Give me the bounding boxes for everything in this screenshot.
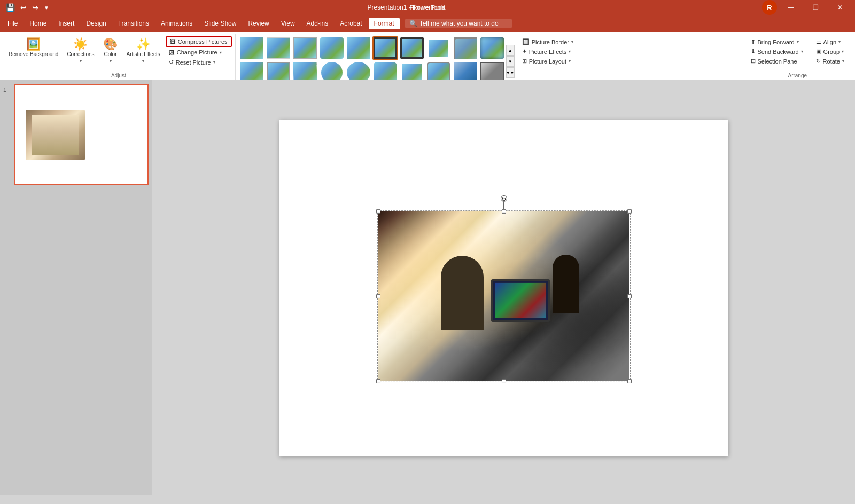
style-6[interactable] (372, 36, 398, 60)
search-box[interactable]: 🔍 Tell me what you want to do (405, 19, 512, 28)
style-8[interactable] (426, 36, 452, 60)
corrections-label: Corrections (67, 51, 94, 58)
layout-arrow: ▾ (569, 59, 571, 64)
handle-bottom-left[interactable] (376, 379, 380, 383)
undo-icon[interactable]: ↩ (19, 3, 28, 12)
arrange-group: ⬆ Bring Forward ▾ ⬇ Send Backward ▾ ⊡ Se… (742, 34, 853, 80)
selection-pane-button[interactable]: ⊡ Selection Pane (748, 57, 806, 66)
gallery-up-button[interactable]: ▲ (506, 45, 515, 56)
window-controls: R — ❐ ✕ (762, 0, 851, 15)
style-10[interactable] (479, 36, 505, 60)
rotate-arrow: ▾ (842, 59, 844, 64)
handle-top-left[interactable] (376, 209, 380, 214)
slide-thumb-image (26, 110, 86, 160)
send-backward-button[interactable]: ⬇ Send Backward ▾ (748, 47, 806, 56)
menu-transitions[interactable]: Transitions (113, 18, 154, 29)
bring-forward-label: Bring Forward (758, 39, 795, 45)
save-icon[interactable]: 💾 (4, 3, 17, 12)
picture-layout-button[interactable]: ⊞ Picture Layout ▾ (519, 57, 577, 66)
style-3[interactable] (292, 36, 318, 60)
account-icon[interactable]: R (762, 0, 777, 15)
title-bar: 💾 ↩ ↪ ▼ Picture Tools Presentation1 - Po… (0, 0, 855, 15)
bring-forward-button[interactable]: ⬆ Bring Forward ▾ (748, 37, 806, 46)
rotate-icon: ↻ (816, 58, 821, 65)
handle-top-right[interactable] (627, 209, 632, 214)
change-pic-arrow: ▾ (220, 50, 222, 55)
adjust-small-group: 🖼 Compress Pictures 🖼 Change Picture ▾ ↺… (166, 36, 232, 67)
group-button[interactable]: ▣ Group ▾ (813, 47, 848, 56)
maximize-button[interactable]: ❐ (805, 0, 826, 15)
arrange-left: ⬆ Bring Forward ▾ ⬇ Send Backward ▾ ⊡ Se… (745, 36, 809, 67)
rotate-handle[interactable]: ↻ (501, 195, 507, 202)
style-7[interactable] (399, 36, 425, 60)
slide-thumbnail[interactable] (14, 84, 149, 185)
gallery-more-button[interactable]: ▼▼ (506, 67, 515, 78)
minimize-button[interactable]: — (780, 0, 802, 15)
align-icon: ⚌ (816, 38, 821, 45)
style-1[interactable] (239, 36, 265, 60)
picture-border-button[interactable]: 🔲 Picture Border ▾ (519, 37, 577, 46)
change-picture-button[interactable]: 🖼 Change Picture ▾ (166, 48, 232, 57)
slide-image[interactable] (378, 211, 629, 381)
menu-review[interactable]: Review (243, 18, 274, 29)
rotate-button[interactable]: ↻ Rotate ▾ (813, 57, 848, 66)
picture-styles-right: 🔲 Picture Border ▾ ✦ Picture Effects ▾ ⊞… (517, 36, 579, 67)
menu-format[interactable]: Format (369, 18, 400, 29)
handle-bottom-center[interactable] (502, 379, 506, 383)
artistic-effects-button[interactable]: ✨ Artistic Effects ▾ (123, 36, 164, 66)
picture-effects-button[interactable]: ✦ Picture Effects ▾ (519, 47, 577, 56)
handle-middle-left[interactable] (376, 294, 380, 298)
color-icon: 🎨 (103, 38, 118, 50)
align-label: Align (823, 39, 836, 45)
redo-icon[interactable]: ↪ (30, 3, 40, 12)
send-backward-label: Send Backward (758, 49, 799, 55)
bring-forward-arrow: ▾ (797, 40, 799, 44)
handle-middle-right[interactable] (627, 294, 632, 298)
rotate-label: Rotate (823, 58, 840, 65)
effects-label: Picture Effects (529, 49, 567, 55)
group-icon: ▣ (816, 48, 821, 55)
color-button[interactable]: 🎨 Color ▾ (100, 36, 121, 66)
search-label: Tell me what you want to do (419, 20, 499, 27)
style-9[interactable] (453, 36, 478, 60)
align-arrow: ▾ (838, 40, 841, 44)
slide-canvas[interactable]: ↻ (279, 120, 728, 456)
arrange-group-label: Arrange (745, 72, 850, 80)
menu-home[interactable]: Home (24, 18, 52, 29)
menu-insert[interactable]: Insert (53, 18, 80, 29)
corrections-button[interactable]: ☀️ Corrections ▾ (64, 36, 97, 66)
reset-picture-button[interactable]: ↺ Reset Picture ▾ (166, 58, 232, 67)
menu-file[interactable]: File (2, 18, 23, 29)
gallery-down-button[interactable]: ▼ (506, 56, 515, 67)
style-2[interactable] (266, 36, 291, 60)
close-button[interactable]: ✕ (829, 0, 851, 15)
main-area: 1 ↻ (0, 80, 855, 495)
reset-arrow: ▾ (213, 60, 215, 65)
remove-background-button[interactable]: 🖼️ Remove Background (5, 36, 61, 60)
menu-animations[interactable]: Animations (156, 18, 198, 29)
remove-bg-label: Remove Background (9, 51, 58, 58)
compress-pictures-button[interactable]: 🖼 Compress Pictures (166, 36, 232, 47)
layout-label: Picture Layout (529, 58, 566, 65)
border-label: Picture Border (532, 39, 569, 45)
effects-icon: ✦ (522, 48, 527, 55)
align-button[interactable]: ⚌ Align ▾ (813, 37, 848, 46)
search-icon: 🔍 (409, 20, 417, 27)
picture-styles-group: ▲ ▼ ▼▼ 🔲 Picture Border ▾ ✦ Picture Effe… (236, 34, 742, 80)
reset-icon: ↺ (169, 59, 174, 66)
selected-image-container[interactable]: ↻ (378, 211, 629, 381)
menu-view[interactable]: View (276, 18, 300, 29)
style-4[interactable] (319, 36, 345, 60)
menu-addins[interactable]: Add-ins (301, 18, 334, 29)
canvas-area[interactable]: ↻ (152, 80, 855, 495)
menu-design[interactable]: Design (81, 18, 111, 29)
style-5[interactable] (346, 36, 371, 60)
menu-acrobat[interactable]: Acrobat (335, 18, 367, 29)
layout-icon: ⊞ (522, 58, 527, 65)
customize-icon[interactable]: ▼ (42, 5, 51, 11)
effects-arrow: ▾ (569, 49, 571, 54)
handle-bottom-right[interactable] (627, 379, 632, 383)
handle-top-center[interactable] (502, 209, 506, 214)
send-backward-icon: ⬇ (751, 48, 756, 55)
menu-slideshow[interactable]: Slide Show (199, 18, 242, 29)
